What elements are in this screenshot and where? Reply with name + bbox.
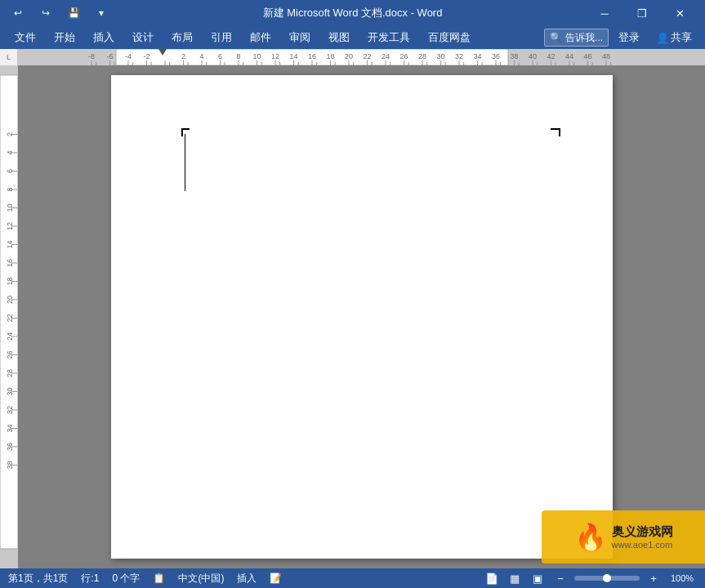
share-label: 共享 (671, 30, 692, 45)
menu-bar-right: 🔍 告诉我... 登录 👤 共享 (544, 29, 698, 47)
restore-button[interactable]: ❐ (623, 0, 661, 26)
status-view-print[interactable]: ▦ (506, 571, 524, 586)
ruler-canvas (18, 49, 705, 65)
search-icon: 🔍 (550, 32, 562, 43)
status-page: 第1页，共1页 (8, 572, 68, 586)
undo-button[interactable]: ↩ (7, 4, 29, 22)
status-track-icon: 📝 (270, 572, 282, 584)
qat-dropdown-button[interactable]: ▾ (90, 4, 113, 22)
status-zoom-percent[interactable]: 100% (667, 571, 697, 586)
status-mode: 插入 (237, 572, 257, 586)
menu-file[interactable]: 文件 (7, 27, 44, 48)
status-lang: 中文(中国) (178, 572, 224, 586)
qat-area: ↩ ↪ 💾 ▾ (7, 4, 113, 22)
ruler-corner: L (0, 49, 18, 65)
status-lang-icon: 📋 (153, 572, 165, 584)
minimize-button[interactable]: ─ (586, 0, 623, 26)
menu-references[interactable]: 引用 (203, 27, 240, 48)
save-button[interactable]: 💾 (62, 4, 85, 22)
main-area (0, 65, 705, 568)
menu-review[interactable]: 审阅 (281, 27, 319, 48)
status-bar: 第1页，共1页 行:1 0 个字 📋 中文(中国) 插入 📝 📄 ▦ ▣ − +… (0, 568, 705, 588)
menu-design[interactable]: 设计 (124, 27, 162, 48)
document-area[interactable] (18, 65, 705, 568)
ruler-vertical (0, 65, 18, 568)
margin-mark-tr (551, 128, 560, 136)
menu-view[interactable]: 视图 (320, 27, 358, 48)
menu-home[interactable]: 开始 (46, 27, 83, 48)
window-controls: ─ ❐ ✕ (586, 0, 698, 26)
window-title: 新建 Microsoft Word 文档.docx - Word (263, 6, 443, 20)
status-zoom-out[interactable]: − (551, 571, 569, 586)
login-button[interactable]: 登录 (612, 29, 646, 47)
menu-mailings[interactable]: 邮件 (242, 27, 279, 48)
status-zoom-in[interactable]: + (645, 571, 663, 586)
close-button[interactable]: ✕ (661, 0, 698, 26)
menu-bar: 文件 开始 插入 设计 布局 引用 邮件 审阅 视图 开发工具 百度网盘 🔍 告… (0, 26, 705, 49)
watermark: 🔥 奥义游戏网 www.aoe1.com (542, 510, 705, 564)
status-view-web[interactable]: ▣ (529, 571, 547, 586)
status-chars: 0 个字 (112, 572, 140, 586)
redo-button[interactable]: ↪ (34, 4, 57, 22)
menu-baidu[interactable]: 百度网盘 (420, 27, 479, 48)
ruler-horizontal (18, 49, 705, 65)
watermark-url: www.aoe1.com (612, 540, 673, 550)
document-page[interactable] (111, 75, 613, 559)
ruler-v-canvas (0, 65, 18, 568)
watermark-text: 奥义游戏网 (612, 524, 673, 540)
search-box[interactable]: 🔍 告诉我... (544, 29, 609, 47)
zoom-slider[interactable] (574, 576, 640, 581)
text-cursor (185, 134, 185, 191)
menu-layout[interactable]: 布局 (163, 27, 201, 48)
watermark-logo: 🔥 (574, 522, 607, 553)
share-button[interactable]: 👤 共享 (649, 29, 698, 47)
status-view-read[interactable]: 📄 (483, 571, 501, 586)
margin-mark-tl (181, 128, 190, 136)
ruler-container: L (0, 49, 705, 65)
menu-developer[interactable]: 开发工具 (359, 27, 418, 48)
title-bar: ↩ ↪ 💾 ▾ 新建 Microsoft Word 文档.docx - Word… (0, 0, 705, 26)
search-placeholder: 告诉我... (565, 31, 603, 45)
status-line: 行:1 (81, 572, 99, 586)
menu-insert[interactable]: 插入 (85, 27, 123, 48)
status-bar-right: 📄 ▦ ▣ − + 100% (483, 571, 697, 586)
share-icon: 👤 (656, 32, 669, 44)
